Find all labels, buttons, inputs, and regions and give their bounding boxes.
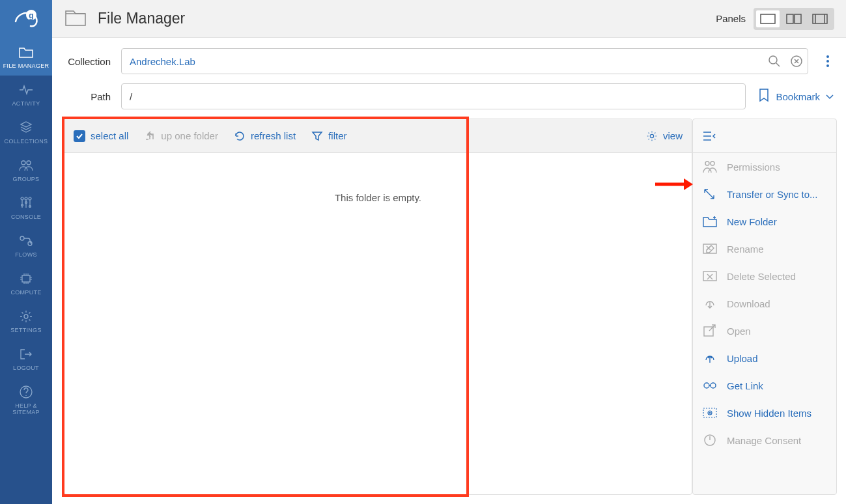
open-icon	[702, 324, 718, 338]
upload-icon	[702, 351, 718, 365]
list-toolbar: select all up one folder refresh list	[64, 119, 692, 153]
checkbox-icon	[74, 130, 85, 142]
delete-icon	[702, 269, 718, 283]
action-label: Download	[727, 298, 770, 309]
svg-rect-27	[703, 272, 716, 281]
nav-logout[interactable]: LOGOUT	[0, 340, 52, 378]
svg-rect-12	[22, 275, 30, 282]
globus-logo[interactable]: g	[0, 0, 52, 38]
action-label: Delete Selected	[727, 271, 796, 282]
new-folder-icon	[702, 214, 718, 229]
help-icon	[17, 384, 35, 400]
svg-point-33	[709, 412, 711, 413]
svg-point-5	[25, 197, 27, 200]
view-button[interactable]: view	[646, 130, 683, 142]
panels-label: Panels	[716, 13, 746, 24]
link-icon	[702, 378, 718, 393]
action-label: Upload	[727, 353, 758, 364]
panel-split-button[interactable]	[782, 10, 806, 27]
svg-rect-17	[795, 14, 801, 23]
svg-point-19	[769, 56, 777, 64]
bookmark-button[interactable]: Bookmark	[776, 91, 834, 102]
rename-icon	[702, 242, 718, 256]
filter-icon	[311, 130, 323, 142]
search-icon[interactable]	[768, 55, 781, 68]
logout-icon	[17, 346, 35, 362]
action-label: Manage Consent	[727, 435, 801, 446]
gear-icon	[646, 130, 658, 142]
nav-flows[interactable]: FLOWS	[0, 227, 52, 264]
nav-compute[interactable]: COMPUTE	[0, 264, 52, 302]
download-icon	[702, 296, 718, 311]
action-link[interactable]: Get Link	[693, 372, 836, 399]
nav-label: HELP & SITEMAP	[1, 402, 51, 415]
collapse-panel-button[interactable]	[693, 119, 836, 153]
nav-groups[interactable]: GROUPS	[0, 151, 52, 189]
nav-label: SETTINGS	[10, 327, 41, 333]
action-new-folder[interactable]: New Folder	[693, 208, 836, 235]
svg-point-13	[24, 315, 28, 318]
svg-point-29	[704, 383, 709, 388]
select-all-button[interactable]: select all	[74, 130, 128, 142]
clear-icon[interactable]	[790, 55, 803, 68]
svg-point-24	[705, 161, 709, 165]
collection-label: Collection	[64, 56, 121, 67]
nav-help[interactable]: HELP & SITEMAP	[0, 378, 52, 422]
groups-icon	[17, 158, 35, 173]
file-list-panel: select all up one folder refresh list	[64, 119, 692, 495]
main: File Manager Panels Collection	[52, 0, 846, 504]
panel-single-button[interactable]	[756, 10, 780, 27]
nav-label: LOGOUT	[13, 365, 39, 371]
collection-input[interactable]	[121, 48, 808, 74]
power-icon	[702, 433, 718, 447]
nav-label: CONSOLE	[11, 214, 41, 220]
folder-icon	[17, 44, 35, 60]
activity-icon	[17, 82, 35, 98]
action-label: Rename	[727, 244, 764, 255]
refresh-button[interactable]: refresh list	[234, 130, 296, 142]
action-transfer[interactable]: Transfer or Sync to...	[693, 180, 836, 208]
bookmark-label: Bookmark	[776, 91, 820, 102]
svg-point-30	[711, 383, 716, 388]
svg-point-10	[20, 236, 24, 240]
action-open: Open	[693, 317, 836, 344]
eye-icon	[702, 406, 718, 420]
nav-label: COLLECTIONS	[5, 138, 48, 145]
action-users: Permissions	[693, 153, 836, 180]
nav-activity[interactable]: ACTIVITY	[0, 76, 52, 113]
select-all-label: select all	[91, 130, 128, 141]
action-label: Show Hidden Items	[727, 408, 811, 419]
view-label: view	[663, 130, 683, 141]
nav-settings[interactable]: SETTINGS	[0, 302, 52, 340]
collection-menu-button[interactable]	[821, 55, 834, 67]
svg-rect-15	[761, 14, 775, 23]
filter-button[interactable]: filter	[311, 130, 346, 142]
action-upload[interactable]: Upload	[693, 344, 836, 372]
svg-point-2	[21, 161, 25, 165]
action-label: Permissions	[727, 161, 780, 173]
folder-icon	[64, 7, 87, 31]
page-title: File Manager	[98, 10, 185, 27]
action-rename: Rename	[693, 235, 836, 262]
action-delete: Delete Selected	[693, 262, 836, 290]
nav-collections[interactable]: COLLECTIONS	[0, 113, 52, 151]
header: File Manager Panels	[52, 0, 846, 38]
nav-label: GROUPS	[13, 176, 40, 182]
actions-panel: PermissionsTransfer or Sync to...New Fol…	[692, 119, 837, 495]
action-download: Download	[693, 290, 836, 317]
path-input[interactable]	[121, 83, 746, 109]
nav-label: COMPUTE	[10, 289, 41, 296]
svg-point-6	[29, 197, 31, 200]
up-arrow-icon	[144, 130, 156, 142]
action-eye[interactable]: Show Hidden Items	[693, 399, 836, 427]
nav-file-manager[interactable]: FILE MANAGER	[0, 38, 52, 76]
filter-label: filter	[328, 130, 346, 141]
up-one-folder-button[interactable]: up one folder	[144, 130, 218, 142]
nav-console[interactable]: CONSOLE	[0, 189, 52, 227]
panel-wide-button[interactable]	[808, 10, 832, 27]
svg-point-21	[650, 134, 653, 137]
svg-point-3	[27, 161, 31, 165]
bookmark-icon[interactable]	[759, 88, 769, 105]
up-one-label: up one folder	[161, 130, 218, 141]
gear-icon	[17, 309, 35, 324]
